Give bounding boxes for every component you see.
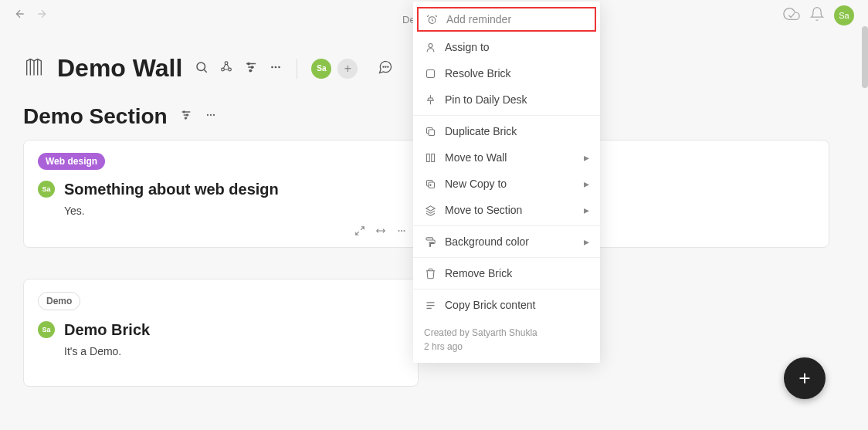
section-title: Demo Section xyxy=(23,104,168,129)
menu-label: Pin to Daily Desk xyxy=(445,93,527,106)
card-avatar: Sa xyxy=(38,321,55,338)
collaborator-avatar[interactable]: Sa xyxy=(311,59,331,79)
lines-icon xyxy=(424,299,436,311)
avatar[interactable]: Sa xyxy=(834,5,854,25)
nav-arrows xyxy=(14,8,48,23)
chat-icon[interactable] xyxy=(378,59,393,78)
chevron-right-icon: ▸ xyxy=(584,178,589,190)
resize-icon[interactable] xyxy=(375,225,387,239)
svg-point-7 xyxy=(250,69,252,71)
chevron-right-icon: ▸ xyxy=(584,204,589,216)
menu-divider xyxy=(413,289,600,289)
chevron-right-icon: ▸ xyxy=(584,151,589,164)
svg-point-21 xyxy=(401,230,402,232)
menu-label: Duplicate Brick xyxy=(445,125,517,137)
menu-copy-content[interactable]: Copy Brick content xyxy=(413,292,600,318)
chevron-right-icon: ▸ xyxy=(584,235,589,248)
wall-icon xyxy=(23,56,45,81)
menu-label: New Copy to xyxy=(445,178,507,190)
menu-label: Move to Wall xyxy=(445,151,507,164)
wall-icon xyxy=(424,151,436,164)
menu-move-to-wall[interactable]: Move to Wall ▸ xyxy=(413,144,600,171)
search-icon[interactable] xyxy=(195,60,209,77)
svg-point-4 xyxy=(229,68,232,71)
add-brick-fab[interactable] xyxy=(784,357,826,399)
svg-point-2 xyxy=(225,61,229,64)
menu-move-to-section[interactable]: Move to Section ▸ xyxy=(413,197,600,223)
card-desc: It's a Demo. xyxy=(64,345,404,357)
pin-icon xyxy=(424,93,436,106)
stack-icon xyxy=(424,204,436,216)
copy-icon xyxy=(424,125,436,137)
expand-icon[interactable] xyxy=(354,225,365,239)
svg-point-22 xyxy=(404,230,405,232)
svg-point-8 xyxy=(272,66,274,68)
svg-point-9 xyxy=(275,66,277,68)
brick-card[interactable]: Demo Sa Demo Brick It's a Demo. xyxy=(23,279,419,387)
topbar-right: Sa xyxy=(783,5,854,25)
cloud-sync-icon[interactable] xyxy=(783,5,800,25)
menu-divider xyxy=(413,115,600,116)
menu-resolve-brick[interactable]: Resolve Brick xyxy=(413,60,600,86)
svg-point-20 xyxy=(398,230,400,232)
menu-label: Background color xyxy=(445,235,529,248)
menu-divider xyxy=(413,257,600,258)
svg-point-6 xyxy=(252,66,253,67)
dots-icon[interactable] xyxy=(269,60,283,77)
card-title: Demo Brick xyxy=(64,321,404,339)
menu-label: Add reminder xyxy=(446,13,511,25)
svg-point-13 xyxy=(388,66,388,67)
section-filter-icon[interactable] xyxy=(180,109,192,124)
card-dots-icon[interactable] xyxy=(396,225,407,239)
square-icon xyxy=(424,67,436,80)
tag[interactable]: Web design xyxy=(38,153,105,170)
menu-footer: Created by Satyarth Shukla 2 hrs ago xyxy=(413,318,600,355)
svg-point-18 xyxy=(210,114,212,116)
newcopy-icon xyxy=(424,178,436,190)
graph-icon[interactable] xyxy=(219,60,233,77)
menu-background-color[interactable]: Background color ▸ xyxy=(413,229,600,255)
forward-arrow-icon[interactable] xyxy=(36,8,48,23)
menu-duplicate-brick[interactable]: Duplicate Brick xyxy=(413,118,600,144)
scrollbar[interactable] xyxy=(862,26,868,88)
svg-point-1 xyxy=(197,63,205,71)
svg-point-12 xyxy=(385,66,386,67)
menu-label: Copy Brick content xyxy=(445,299,536,311)
menu-label: Resolve Brick xyxy=(445,67,511,80)
add-collaborator-button[interactable]: + xyxy=(337,59,358,79)
menu-add-reminder[interactable]: Add reminder xyxy=(417,7,596,32)
created-ago: 2 hrs ago xyxy=(424,340,589,354)
menu-remove-brick[interactable]: Remove Brick xyxy=(413,260,600,286)
section-dots-icon[interactable] xyxy=(205,109,217,124)
svg-point-24 xyxy=(429,43,432,47)
paint-icon xyxy=(424,235,436,248)
menu-label: Assign to xyxy=(445,41,490,53)
svg-point-5 xyxy=(248,63,249,64)
card-actions xyxy=(354,225,407,239)
trash-icon xyxy=(424,267,436,279)
svg-rect-28 xyxy=(431,154,434,161)
wall-tools: Sa + xyxy=(195,59,393,79)
svg-rect-26 xyxy=(429,130,435,136)
svg-rect-27 xyxy=(426,154,429,161)
svg-point-3 xyxy=(222,68,225,71)
svg-point-11 xyxy=(383,66,384,67)
divider xyxy=(297,59,297,79)
svg-point-14 xyxy=(183,111,185,113)
filter-icon[interactable] xyxy=(244,60,258,77)
page-title: Demo Wall xyxy=(57,54,182,83)
svg-rect-25 xyxy=(426,69,434,77)
svg-point-17 xyxy=(207,114,209,116)
svg-point-15 xyxy=(186,114,188,116)
menu-pin-daily-desk[interactable]: Pin to Daily Desk xyxy=(413,86,600,113)
menu-new-copy-to[interactable]: New Copy to ▸ xyxy=(413,171,600,197)
bell-icon[interactable] xyxy=(809,6,825,25)
context-menu: Add reminder Assign to Resolve Brick Pin… xyxy=(413,2,600,363)
menu-divider xyxy=(413,225,600,226)
menu-assign-to[interactable]: Assign to xyxy=(413,34,600,60)
brick-card[interactable]: Web design Sa Something about web design… xyxy=(23,140,419,248)
tag[interactable]: Demo xyxy=(38,292,80,310)
svg-point-19 xyxy=(213,114,215,116)
menu-label: Remove Brick xyxy=(445,267,512,279)
back-arrow-icon[interactable] xyxy=(14,8,26,23)
